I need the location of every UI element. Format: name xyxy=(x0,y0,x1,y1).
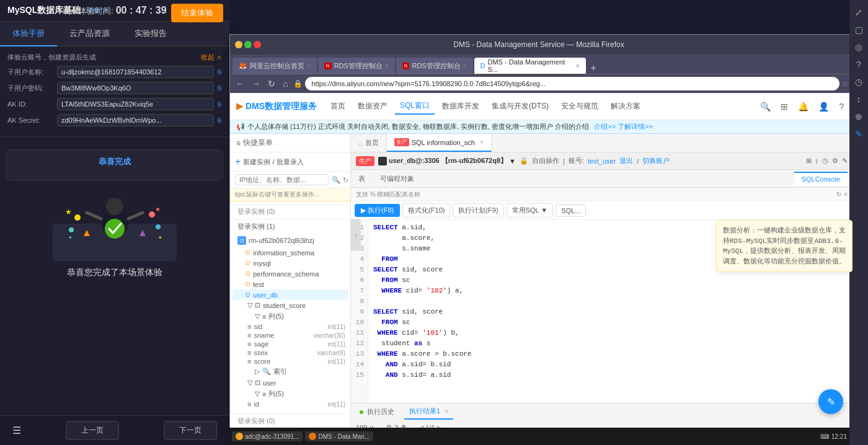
dms-nav-solution[interactable]: 解决方案 xyxy=(606,99,645,114)
plan-btn[interactable]: 执行计划(F9) xyxy=(453,203,503,218)
rs-icon-window[interactable]: ▢ xyxy=(851,22,866,37)
env-icon-5[interactable]: ✎ xyxy=(842,157,848,165)
rs-icon-history[interactable]: ◷ xyxy=(851,74,866,89)
tab-close-1[interactable]: × xyxy=(385,63,389,69)
rs-icon-expand[interactable]: ⤢ xyxy=(851,5,866,20)
tree-schema-test[interactable]: ⊙ test xyxy=(232,279,348,289)
copy-username-btn[interactable]: ⎘ xyxy=(218,68,222,76)
match-bar-icons: ↻ × xyxy=(836,191,848,198)
sidebar-collapse-btn[interactable]: ‹ xyxy=(351,219,361,251)
prev-page-button[interactable]: 上一页 xyxy=(66,421,119,440)
sql-console-tab[interactable]: SQLConsole xyxy=(794,172,848,185)
result-tab-result1[interactable]: 执行结果1 × xyxy=(404,404,453,420)
window-maximize-btn[interactable] xyxy=(244,41,252,48)
login-example-1[interactable]: 登录实例 (1) xyxy=(232,219,348,234)
timer-section: 剩余体验时间: 00 : 47 : 39 xyxy=(63,5,166,17)
create-example-btn[interactable]: + xyxy=(235,156,241,167)
bookmark-icon[interactable]: ☆ xyxy=(842,79,849,88)
result-tab-history[interactable]: 执行历史 xyxy=(355,405,399,419)
home-btn[interactable]: ⌂ xyxy=(280,77,291,90)
sql-env-bar: 生产 user_db@:3306 【rm-uf62b0672q8】 ▼ 🔒 自由… xyxy=(351,152,852,170)
edit-fab[interactable]: ✎ xyxy=(818,389,843,414)
next-page-button[interactable]: 下一页 xyxy=(164,421,217,440)
window-close-btn[interactable] xyxy=(254,41,261,48)
new-tab-btn[interactable]: + xyxy=(587,63,600,74)
back-btn[interactable]: ← xyxy=(232,77,247,90)
copy-aksecret-btn[interactable]: ⎘ xyxy=(218,117,222,124)
tree-user-columns-header[interactable]: ▽ ≡ 列(5) xyxy=(232,388,348,400)
env-icon-2[interactable]: ↕ xyxy=(815,157,819,165)
rs-icon-plus[interactable]: ⊕ xyxy=(851,109,866,124)
sql-tab-table[interactable]: 表 xyxy=(351,172,373,186)
taskbar-item-adc[interactable]: adc@adc-313091... xyxy=(232,431,303,441)
forward-btn[interactable]: → xyxy=(249,77,264,90)
browser-tab-3[interactable]: D DMS - Data Management S... × xyxy=(474,58,586,74)
tree-schema-mysql[interactable]: ⊙ mysql xyxy=(232,258,348,268)
tree-index-header[interactable]: ▷ 🔍 索引 xyxy=(232,366,348,377)
tree-col-user-id: ≡ id int(11) xyxy=(232,400,348,408)
tree-table-user[interactable]: ▽ ⊡ user xyxy=(232,377,348,388)
tree-schema-information[interactable]: ⊙ information_schema xyxy=(232,247,348,258)
env-icon-3[interactable]: ◷ xyxy=(822,157,828,165)
editor-tab-sql[interactable]: 生产 SQL information_sch × xyxy=(387,134,492,152)
tab-close-0[interactable]: × xyxy=(307,63,311,69)
tab-close-3[interactable]: × xyxy=(576,63,580,69)
user-avatar[interactable]: 👤 xyxy=(816,100,831,113)
rs-icon-help[interactable]: ? xyxy=(851,57,866,72)
close-match-icon[interactable]: × xyxy=(844,191,848,198)
common-sql-btn[interactable]: 常用SQL ▼ xyxy=(507,203,554,218)
rs-icon-resize[interactable]: ↕ xyxy=(851,92,866,107)
grid-icon[interactable]: ⊞ xyxy=(778,100,790,113)
refresh-icon[interactable]: ↻ xyxy=(343,176,348,184)
end-experience-button[interactable]: 结束体验 xyxy=(171,4,223,22)
tree-columns-header[interactable]: ▽ ≡ 列(5) xyxy=(232,311,348,322)
execute-btn[interactable]: ▶ 执行(F8) xyxy=(355,204,400,217)
sql-tab-programmable[interactable]: 可编程对象 xyxy=(373,172,422,186)
logout-link[interactable]: 退出 xyxy=(619,156,633,165)
instance-icon: ⊡ xyxy=(237,236,246,245)
search-nav-icon[interactable]: 🔍 xyxy=(758,100,773,113)
dms-nav-sql[interactable]: SQL窗口 xyxy=(395,98,435,115)
tree-table-student-score[interactable]: ▽ ⊡ student_score xyxy=(232,300,348,311)
nav-tab-cloud[interactable]: 云产品资源 xyxy=(57,22,122,46)
result-tab-close[interactable]: × xyxy=(445,408,448,415)
tab-close-sql[interactable]: × xyxy=(480,139,484,146)
cred-collapse-btn[interactable]: 收起 ∧ xyxy=(201,53,222,62)
editor-tab-home[interactable]: ⌂ 首页 xyxy=(351,134,387,152)
browser-tab-1[interactable]: R RDS管理控制台 × xyxy=(318,58,395,74)
rs-icon-camera[interactable]: ◎ xyxy=(851,40,866,55)
format-btn[interactable]: 格式化(F10) xyxy=(402,203,450,218)
rs-icon-edit2[interactable]: ✎ xyxy=(851,126,866,141)
dms-nav-home[interactable]: 首页 xyxy=(326,99,350,114)
env-icon-1[interactable]: ⊞ xyxy=(806,157,812,165)
more-sql-btn[interactable]: SQL... xyxy=(556,205,586,217)
dms-nav-dts[interactable]: 集成与开发(DTS) xyxy=(487,99,554,114)
db-instance-item[interactable]: ⊡ rm-uf62b0672q8i3ihzj xyxy=(232,234,348,247)
tree-schema-userdb[interactable]: ⊙ user_db xyxy=(232,289,348,300)
dms-nav-dev[interactable]: 数据库开发 xyxy=(437,99,484,114)
sidebar-search-input[interactable] xyxy=(235,174,329,185)
menu-icon[interactable]: ☰ xyxy=(12,425,21,436)
help-icon[interactable]: ? xyxy=(836,100,846,113)
dms-nav-data-assets[interactable]: 数据资产 xyxy=(353,99,392,114)
copy-akid-btn[interactable]: ⎘ xyxy=(218,100,222,108)
promo-learn-more[interactable]: 介绍>> 了解详情>> xyxy=(594,122,653,131)
browser-tab-2[interactable]: R RDS管理控制台 × xyxy=(396,58,473,74)
bell-icon[interactable]: 🔔 xyxy=(795,100,811,113)
refresh-match-icon[interactable]: ↻ xyxy=(836,191,841,198)
nav-tab-report[interactable]: 实验报告 xyxy=(122,22,179,46)
window-minimize-btn[interactable] xyxy=(235,41,242,48)
copy-password-btn[interactable]: ⎘ xyxy=(218,84,222,92)
switch-account-link[interactable]: 切换账户 xyxy=(642,156,670,165)
browser-tab-0[interactable]: 🦊 阿里云控制台首页 × xyxy=(232,58,317,74)
db-selector[interactable]: user_db@:3306 【rm-uf62b0672q8】 ▼ xyxy=(378,156,516,165)
nav-tab-manual[interactable]: 体验手册 xyxy=(0,22,57,46)
env-icon-4[interactable]: ⚙ xyxy=(832,157,838,165)
tab-close-2[interactable]: × xyxy=(463,63,467,69)
taskbar-item-dms[interactable]: DMS - Data Man... xyxy=(305,431,373,441)
reload-btn[interactable]: ↻ xyxy=(265,77,278,90)
dms-nav-security[interactable]: 安全与规范 xyxy=(556,99,603,114)
search-icon[interactable]: 🔍 xyxy=(332,176,340,184)
url-bar[interactable] xyxy=(305,77,839,90)
tree-schema-performance[interactable]: ⊙ performance_schema xyxy=(232,268,348,279)
